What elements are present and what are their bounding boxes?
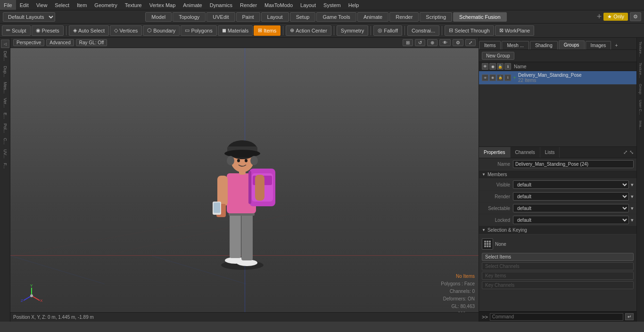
menu-file[interactable]: File: [0, 0, 16, 10]
rtab-items[interactable]: Items: [479, 41, 501, 49]
falloff-btn[interactable]: ◎ Falloff: [373, 25, 402, 36]
menu-item[interactable]: Item: [73, 0, 91, 10]
groups-list[interactable]: 👁 ◉ 🔒 ℹ + Delivery_Man_Standing_Pose 22 …: [479, 71, 636, 146]
group-eye-icon[interactable]: 👁: [482, 74, 488, 81]
left-label-f[interactable]: F...: [3, 161, 8, 170]
far-right-ima[interactable]: Ima...: [638, 118, 643, 133]
presets-btn[interactable]: ◉ Presets: [32, 25, 64, 36]
rtab-groups[interactable]: Groups: [559, 40, 585, 49]
render-select[interactable]: default: [513, 192, 629, 201]
command-submit-btn[interactable]: ↵: [625, 313, 634, 320]
far-right-group[interactable]: Group: [638, 81, 643, 97]
materials-btn[interactable]: ◼ Materials: [218, 25, 253, 36]
far-right-texture1[interactable]: Texture...: [638, 39, 643, 60]
info-icon[interactable]: ℹ: [504, 63, 511, 70]
menu-animate[interactable]: Animate: [179, 0, 206, 10]
select-items-button[interactable]: Select Items: [482, 253, 634, 261]
select-channels-button[interactable]: Select Channels: [482, 262, 634, 270]
menu-render[interactable]: Render: [236, 0, 261, 10]
left-label-def[interactable]: Def...: [3, 49, 8, 63]
rtab-mesh[interactable]: Mesh ...: [502, 41, 529, 49]
viewport-canvas[interactable]: No Items Polygons : Face Channels: 0 Def…: [10, 48, 479, 322]
ptab-channels[interactable]: Channels: [511, 147, 540, 158]
select-through-btn[interactable]: ⊟ Select Through: [445, 25, 494, 36]
ptab-lists[interactable]: Lists: [540, 147, 560, 158]
tab-animate[interactable]: Animate: [357, 12, 388, 22]
rtab-shading[interactable]: Shading: [530, 41, 558, 49]
vp-advanced-btn[interactable]: Advanced: [46, 39, 74, 46]
vp-zoom-icon[interactable]: ⊕: [427, 39, 438, 46]
menu-maxtomodo[interactable]: MaxToModo: [261, 0, 297, 10]
vp-expand-icon[interactable]: ⤢: [465, 39, 476, 46]
rtab-images[interactable]: Images: [586, 41, 611, 49]
group-info-icon[interactable]: ℹ: [504, 74, 511, 81]
left-label-ver[interactable]: Ver...: [3, 96, 8, 110]
left-label-pol[interactable]: Pol...: [3, 121, 8, 135]
left-label-uv[interactable]: UV...: [3, 147, 8, 160]
group-lock-icon[interactable]: 🔒: [497, 74, 504, 81]
props-expand-icon[interactable]: ⤢: [623, 149, 627, 155]
menu-dynamics[interactable]: Dynamics: [206, 0, 236, 10]
menu-layout[interactable]: Layout: [297, 0, 320, 10]
menu-system[interactable]: System: [320, 0, 345, 10]
workplane-btn[interactable]: ⊠ WorkPlane: [495, 25, 535, 36]
menu-select[interactable]: Select: [51, 0, 73, 10]
group-render-icon[interactable]: ◉: [489, 74, 496, 81]
vp-raygl-btn[interactable]: Ray GL: Off: [76, 39, 107, 46]
rtab-add[interactable]: +: [612, 41, 620, 49]
items-btn[interactable]: ⊞ Items: [254, 25, 281, 36]
key-channels-button[interactable]: Key Channels: [482, 281, 634, 289]
left-label-dup[interactable]: Dup...: [3, 64, 8, 79]
vp-settings-icon[interactable]: ⚙: [453, 39, 463, 46]
layout-dropdown[interactable]: Default Layouts: [3, 12, 55, 22]
vertices-btn[interactable]: ◇ Vertices: [110, 25, 142, 36]
tab-scripting[interactable]: Scripting: [420, 12, 452, 22]
vp-rotate-icon[interactable]: ↺: [415, 39, 425, 46]
tab-model[interactable]: Model: [145, 12, 172, 22]
locked-dropdown-icon[interactable]: ▾: [631, 217, 634, 223]
menu-texture[interactable]: Texture: [121, 0, 146, 10]
tab-setup[interactable]: Setup: [290, 12, 316, 22]
selectable-select[interactable]: default: [513, 204, 629, 212]
selectable-dropdown-icon[interactable]: ▾: [631, 205, 634, 211]
vp-perspective-btn[interactable]: Perspective: [13, 39, 44, 46]
arrow-btn[interactable]: >>: [482, 314, 488, 320]
tab-layout[interactable]: Layout: [261, 12, 289, 22]
left-label-c[interactable]: C...: [3, 136, 8, 146]
tab-topology[interactable]: Topology: [173, 12, 206, 22]
vp-cam-icon[interactable]: ⊞: [403, 39, 413, 46]
group-expand-icon[interactable]: +: [513, 74, 516, 81]
add-tab-icon[interactable]: +: [597, 12, 602, 22]
props-collapse-icon[interactable]: ⤡: [629, 149, 634, 155]
tab-render[interactable]: Render: [389, 12, 419, 22]
key-items-button[interactable]: Key Items: [482, 272, 634, 280]
eye-icon[interactable]: 👁: [482, 63, 488, 70]
tab-gametools[interactable]: Game Tools: [316, 12, 356, 22]
tab-schematic-fusion[interactable]: Schematic Fusion: [453, 12, 506, 22]
name-input[interactable]: [513, 160, 634, 168]
autoselect-btn[interactable]: ◈ Auto Select: [69, 25, 109, 36]
render-dropdown-icon[interactable]: ▾: [631, 194, 634, 200]
viewport[interactable]: Perspective Advanced Ray GL: Off ⊞ ↺ ⊕ 👁…: [10, 38, 479, 322]
command-input[interactable]: [490, 313, 623, 321]
left-label-e[interactable]: E...: [3, 111, 8, 121]
left-label-mesh[interactable]: Mes...: [3, 80, 8, 96]
sel-keying-section-header[interactable]: ▼ Selection & Keying: [479, 226, 636, 235]
tab-paint[interactable]: Paint: [236, 12, 260, 22]
vp-view-icon[interactable]: 👁: [439, 39, 451, 46]
new-group-button[interactable]: New Group: [482, 52, 514, 60]
menu-vertexmap[interactable]: Vertex Map: [146, 0, 180, 10]
left-expand-btn[interactable]: ◁: [1, 40, 9, 48]
menu-edit[interactable]: Edit: [16, 0, 33, 10]
menu-geometry[interactable]: Geometry: [91, 0, 121, 10]
symmetry-btn[interactable]: Symmetry: [337, 25, 369, 36]
star-only-btn[interactable]: ★ Only: [603, 13, 628, 21]
settings-button[interactable]: ⚙: [630, 12, 641, 21]
far-right-userc[interactable]: User C...: [638, 97, 643, 118]
action-center-btn[interactable]: ⊕ Action Center: [286, 25, 331, 36]
boundary-btn[interactable]: ⬡ Boundary: [143, 25, 180, 36]
far-right-texture2[interactable]: Texture...: [638, 60, 643, 81]
render-icon[interactable]: ◉: [489, 63, 496, 70]
lock-icon[interactable]: 🔒: [497, 63, 504, 70]
sculpt-btn[interactable]: ✏ Sculpt: [2, 25, 31, 36]
